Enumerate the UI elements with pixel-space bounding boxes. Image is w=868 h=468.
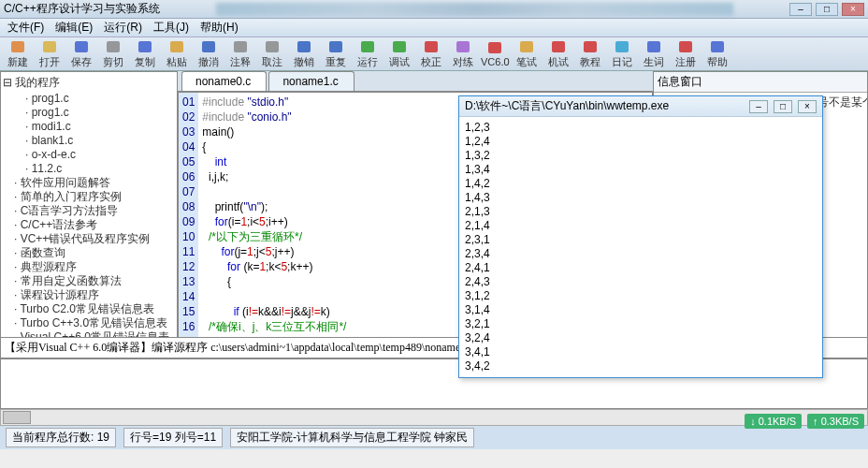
tree-header: ⊟ 我的程序: [3, 75, 175, 91]
console-max-icon[interactable]: □: [774, 100, 792, 113]
redo-button[interactable]: 重复: [322, 39, 350, 69]
quiz-button[interactable]: 机试: [544, 39, 572, 69]
h-scrollbar[interactable]: [0, 409, 868, 426]
window-title: C/C++程序设计学习与实验系统: [4, 1, 160, 17]
revoke-button[interactable]: 撤销: [290, 39, 318, 69]
menu-item[interactable]: 运行(R): [100, 18, 146, 37]
tree-file[interactable]: · modi1.c: [25, 120, 175, 134]
tree-file[interactable]: · o-x-d-e.c: [25, 148, 175, 162]
svg-rect-6: [202, 41, 215, 52]
tree-file[interactable]: · blank1.c: [25, 134, 175, 148]
status-total: 当前程序总行数: 19: [6, 428, 116, 447]
tree-file[interactable]: · prog1.c: [25, 106, 175, 120]
console-title: D:\软件~\C语言\CYuYan\bin\wwtemp.exe: [465, 98, 669, 114]
paste-button[interactable]: 粘贴: [163, 39, 191, 69]
svg-rect-19: [615, 41, 629, 52]
svg-rect-20: [647, 41, 660, 52]
tree-section[interactable]: · 函数查询: [14, 246, 175, 260]
tree-section[interactable]: · 典型源程序: [14, 260, 175, 274]
svg-rect-0: [11, 41, 24, 52]
help-icon: [709, 39, 726, 54]
net-up-badge: ↑ 0.3KB/S: [807, 414, 864, 429]
new-icon: [9, 39, 26, 54]
info-header: 信息窗口: [654, 72, 867, 93]
tutor-button[interactable]: 教程: [576, 39, 604, 69]
cut-icon: [105, 39, 122, 54]
note-icon: [518, 39, 535, 54]
tree-section[interactable]: · 常用自定义函数算法: [14, 274, 175, 288]
run-button[interactable]: 运行: [354, 39, 382, 69]
tree-section[interactable]: · 课程设计源程序: [14, 288, 175, 302]
cut-button[interactable]: 剪切: [99, 39, 127, 69]
console-min-icon[interactable]: –: [749, 100, 768, 113]
maximize-button[interactable]: □: [816, 3, 838, 16]
bookmark-button[interactable]: 生词: [640, 39, 668, 69]
run-icon: [359, 39, 376, 54]
tree-file[interactable]: · prog1.c: [25, 92, 175, 106]
close-button[interactable]: ×: [842, 3, 864, 16]
redo-icon: [327, 39, 344, 54]
cancel-icon: [264, 39, 281, 54]
comment-button[interactable]: 注释: [226, 39, 254, 69]
tree-file[interactable]: · 11.2.c: [25, 162, 175, 176]
proof-icon: [423, 39, 440, 54]
tree-section[interactable]: · C语言学习方法指导: [14, 204, 175, 218]
tree-section[interactable]: · C/C++语法参考: [14, 218, 175, 232]
svg-rect-10: [329, 41, 342, 52]
copy-button[interactable]: 复制: [131, 39, 159, 69]
tree-section[interactable]: · Turbo C2.0常见错误信息表: [14, 302, 175, 316]
match-button[interactable]: 对练: [449, 39, 477, 69]
note-button[interactable]: 笔试: [513, 39, 541, 69]
menu-item[interactable]: 工具(J): [150, 18, 193, 37]
tree-section[interactable]: · Turbo C++3.0常见错误信息表: [14, 316, 175, 330]
undo-icon: [200, 39, 217, 54]
tree-section[interactable]: · VC++错误代码及程序实例: [14, 232, 175, 246]
editor-tab[interactable]: noname0.c: [181, 71, 267, 91]
menu-item[interactable]: 帮助(H): [196, 18, 242, 37]
new-button[interactable]: 新建: [4, 39, 32, 69]
save-button[interactable]: 保存: [67, 39, 95, 69]
proof-button[interactable]: 校正: [417, 39, 445, 69]
open-button[interactable]: 打开: [36, 39, 64, 69]
svg-rect-4: [138, 41, 152, 52]
help-button[interactable]: 帮助: [703, 39, 731, 69]
titlebar-blur: [216, 3, 733, 16]
svg-rect-3: [107, 41, 120, 52]
tree-section[interactable]: · 简单的入门程序实例: [14, 190, 175, 204]
cancel-button[interactable]: 取注: [258, 39, 286, 69]
register-icon: [677, 39, 694, 54]
console-close-icon[interactable]: ×: [798, 100, 817, 113]
debug-button[interactable]: 调试: [385, 39, 413, 69]
vc6-button[interactable]: VC6.0: [481, 40, 509, 67]
save-icon: [73, 39, 90, 54]
console-output: 1,2,31,2,41,3,21,3,41,4,21,4,32,1,32,1,4…: [459, 117, 822, 377]
diary-button[interactable]: 日记: [608, 39, 636, 69]
vc6-icon: [486, 40, 503, 55]
svg-rect-5: [170, 41, 183, 52]
project-tree[interactable]: ⊟ 我的程序 · prog1.c· prog1.c· modi1.c· blan…: [0, 71, 178, 352]
comment-icon: [232, 39, 249, 54]
quiz-icon: [550, 39, 567, 54]
menu-item[interactable]: 编辑(E): [51, 18, 96, 37]
svg-rect-15: [488, 42, 501, 53]
register-button[interactable]: 注册: [672, 39, 700, 69]
match-icon: [455, 39, 471, 54]
tree-section[interactable]: · 软件应用问题解答: [14, 176, 175, 190]
svg-rect-22: [711, 41, 724, 52]
revoke-icon: [296, 39, 312, 54]
svg-rect-14: [456, 41, 470, 52]
undo-button[interactable]: 撤消: [195, 39, 223, 69]
minimize-button[interactable]: –: [789, 3, 812, 16]
svg-rect-9: [297, 41, 311, 52]
svg-rect-2: [75, 41, 88, 52]
diary-icon: [614, 39, 630, 54]
tutor-icon: [582, 39, 599, 54]
editor-tab[interactable]: noname1.c: [268, 71, 354, 91]
open-icon: [41, 39, 58, 54]
svg-rect-13: [425, 41, 438, 52]
svg-rect-7: [234, 41, 247, 52]
console-window[interactable]: D:\软件~\C语言\CYuYan\bin\wwtemp.exe – □ × 1…: [458, 95, 823, 378]
status-school: 安阳工学院-计算机科学与信息工程学院 钟家民: [230, 428, 474, 447]
net-down-badge: ↓ 0.1KB/S: [745, 414, 802, 429]
menu-item[interactable]: 文件(F): [4, 18, 48, 37]
